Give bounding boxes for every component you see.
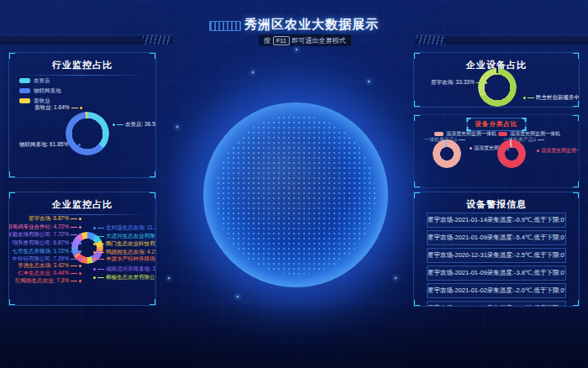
globe-visualization[interactable] (203, 103, 388, 287)
corner-accent (413, 52, 420, 59)
corner-accent (573, 192, 580, 198)
mini-side-label: 温湿度光照监测一 (537, 147, 580, 155)
corner-accent (413, 300, 420, 307)
hint-suffix: 即可退出全屏模式 (292, 36, 346, 45)
corner-accent (467, 118, 471, 122)
particle (296, 49, 297, 50)
particle (237, 296, 239, 297)
panel-device-share: 企业设备占比 星宇农场: 33.33% 民主村创新服务中心: (413, 52, 580, 108)
corner-accent (8, 299, 15, 306)
callout-label: 物联网基地: 61.85% (19, 141, 81, 149)
page-title: 秀洲区农业大数据展示 (244, 17, 379, 33)
callout-label: 七华生态养殖场: 1.72% (12, 248, 81, 255)
slash-decoration (417, 35, 445, 45)
alarm-list: 星宇农场-2021-01-14采集温度:-0.9℃,低于下限:0℃星宇农场-20… (427, 213, 566, 307)
callout-label: 农资店: 36.57% (113, 121, 156, 129)
device-class-left-donut[interactable] (433, 139, 461, 168)
callout-dot (78, 144, 81, 146)
callout-label: 李强生态农场: 3.42% (18, 262, 81, 269)
slash-decoration (143, 35, 171, 45)
panel-title: 行业监控占比 (9, 53, 155, 71)
callout-label: 榔榆生态农发有限公司: 6.87 (93, 274, 156, 281)
callout-label: 陶门生态农业科技有限公 (93, 240, 156, 247)
f11-key-badge: F11 (273, 36, 290, 45)
particle (252, 71, 254, 73)
corner-accent (150, 299, 156, 306)
callout-label: 星宇农场: 33.33% (431, 79, 487, 87)
dashboard-screen: 秀洲区农业大数据展示 按 F11 即可退出全屏模式 行业监控占比 农资店物联网基… (0, 0, 588, 368)
callout-label: 北刘荡生态农场: 11.16% (93, 224, 156, 231)
header-band-right (415, 34, 588, 45)
callout-dot (113, 124, 115, 126)
alarm-row: 星宇农场-2021-01-09采集温度:-0.9℃,低于下限:0℃ (427, 301, 566, 307)
corner-accent (413, 114, 420, 121)
legend-item[interactable]: 畜牧业 (19, 97, 61, 104)
panel-device-alarms: 设备警报信息 星宇农场-2021-01-14采集温度:-0.9℃,低于下限:0℃… (413, 192, 580, 307)
alarm-row: 星宇农场-2020-12-31采集温度:-2.5℃,低于下限:0℃ (427, 248, 566, 263)
corner-accent (8, 192, 15, 198)
corner-accent (573, 181, 580, 188)
legend-item[interactable]: 农资店 (19, 76, 61, 84)
callout-label: 中科特有限公司: 7.29% (12, 255, 81, 262)
corner-accent (413, 101, 420, 108)
particle (395, 277, 396, 279)
corner-accent (150, 171, 156, 178)
corner-accent (573, 114, 580, 121)
corner-accent (413, 192, 420, 198)
particle (368, 81, 370, 82)
industry-donut-chart[interactable] (66, 112, 109, 155)
particle (168, 277, 170, 279)
alarm-row: 星宇农场-2021-01-09采集温度:-5.4℃,低于下限:0℃ (427, 230, 566, 245)
corner-accent (8, 171, 15, 178)
corner-accent (150, 52, 156, 59)
callout-label: 红梅园生态农业: 7.3% (15, 277, 81, 284)
industry-legend: 农资店物联网基地畜牧业 (19, 76, 61, 107)
hint-prefix: 按 (264, 36, 270, 45)
callout-label: 星宇农场: 6.87% (29, 215, 81, 222)
panel-title: 设备警报信息 (414, 192, 579, 211)
callout-label: 丰源水产特种养殖场: 1. (93, 255, 156, 262)
corner-accent (413, 181, 420, 188)
header-band-left (0, 34, 173, 45)
alarm-row: 星宇农场-2021-01-14采集温度:-0.9℃,低于下限:0℃ (427, 213, 566, 228)
particle (176, 126, 178, 128)
fullscreen-hint: 按 F11 即可退出全屏模式 (259, 34, 351, 46)
callout-label: 鸭踏园生态农场: 4.29 (93, 249, 156, 255)
callout-label: 仁丰生态农业: 6.44% (18, 270, 81, 276)
corner-accent (573, 300, 580, 307)
alarm-row: 星宇农场-2021-01-02采集温度:-2.0℃,低于下限:0℃ (427, 283, 566, 298)
panel-enterprise-monitoring: 企业监控占比 星宇农场: 6.87%红阳蜀鸡专业合作社: 4.72%家庭农场有限… (8, 192, 156, 306)
logo-badge (209, 21, 241, 31)
corner-accent (573, 101, 580, 108)
callout-dot (485, 81, 487, 84)
callout-label: 成隆运河养殖基地: 15.02% (93, 265, 156, 272)
callout-label: 大运河生态农业有限责任公 (93, 233, 156, 239)
section-title-box: 设备分类占比 (467, 118, 527, 131)
device-donut-chart[interactable] (478, 68, 517, 107)
panel-device-classification: 设备分类占比 温湿度光照监测一体机 一体机类产品1 温湿度光照监测一 温湿度光照… (413, 114, 580, 188)
callout-label: 家庭农场有限公司: 7.72% (8, 231, 81, 238)
corner-accent (8, 52, 15, 59)
corner-accent (150, 192, 156, 198)
callout-dot (523, 97, 526, 99)
device-class-right-donut[interactable] (497, 139, 526, 168)
callout-label: 红阳蜀鸡专业合作社: 4.72% (8, 223, 81, 230)
legend-item[interactable]: 物联网基地 (19, 87, 61, 94)
alarm-row: 星宇农场-2021-01-09采集温度:-3.8℃,低于下限:0℃ (427, 265, 566, 281)
corner-accent (522, 118, 527, 122)
bottom-vignette (0, 301, 588, 368)
panel-title: 企业监控占比 (9, 192, 155, 211)
callout-label: 翔升发有限公司: 6.87% (12, 239, 81, 246)
panel-industry-monitoring: 行业监控占比 农资店物联网基地畜牧业 畜牧业: 1.64% 农资店: 36.57… (8, 52, 156, 178)
donut-gap (496, 66, 498, 73)
callout-label: 畜牧业: 1.64% (34, 104, 82, 112)
callout-label: 民主村创新服务中心: (523, 94, 580, 102)
title-divider (16, 75, 149, 76)
callout-dot (80, 107, 82, 109)
corner-accent (573, 52, 580, 59)
